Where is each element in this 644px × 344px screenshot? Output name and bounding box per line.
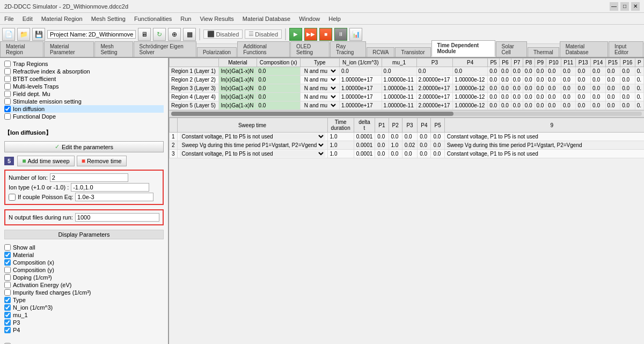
couple-poisson-input[interactable] bbox=[75, 193, 153, 201]
disp-doping-input[interactable] bbox=[4, 274, 11, 281]
region-4-material[interactable]: In(x)Ga(1-x)N bbox=[219, 93, 257, 101]
menu-view-results[interactable]: View Results bbox=[195, 14, 238, 23]
disp-composition-x-input[interactable] bbox=[4, 259, 11, 266]
menu-functionalities[interactable]: Functionalities bbox=[130, 14, 176, 23]
checkbox-btbt[interactable]: BTBT coefficient bbox=[4, 75, 164, 83]
region-4-type[interactable]: N and mu bbox=[300, 93, 339, 101]
region-3-type-select[interactable]: N and mu bbox=[302, 85, 338, 92]
region-4-type-select[interactable]: N and mu bbox=[302, 93, 338, 100]
disp-material[interactable]: Material bbox=[4, 251, 164, 259]
menu-run[interactable]: Run bbox=[176, 14, 195, 23]
tab-ray-tracing[interactable]: Ray Tracing bbox=[330, 41, 366, 57]
scrollbar-track[interactable] bbox=[171, 112, 642, 116]
region-3-p4[interactable]: 1.00000e-12 bbox=[453, 84, 488, 93]
region-1-p5[interactable]: 0.0 bbox=[488, 67, 500, 76]
menu-material-database[interactable]: Material Database bbox=[238, 14, 295, 23]
checkbox-multi-levels[interactable]: Multi-levels Traps bbox=[4, 83, 164, 90]
region-2-p3[interactable]: 2.00000e+17 bbox=[416, 76, 453, 84]
region-1-p11[interactable]: 0.0 bbox=[561, 67, 576, 76]
region-4-p13[interactable]: 0.0 bbox=[576, 93, 591, 101]
region-2-p13[interactable]: 0.0 bbox=[576, 76, 591, 84]
region-1-composition[interactable]: 0.0 bbox=[257, 67, 300, 76]
region-1-p4[interactable]: 0.0 bbox=[453, 67, 488, 76]
checkbox-stimulate-input[interactable] bbox=[4, 98, 11, 105]
checkbox-trap-regions[interactable]: Trap Regions bbox=[4, 60, 164, 68]
checkbox-refractive[interactable]: Refractive index & absorption bbox=[4, 68, 164, 75]
region-1-p3[interactable]: 0.0 bbox=[416, 67, 453, 76]
region-2-mu1[interactable]: 1.00000e-11 bbox=[382, 76, 416, 84]
region-4-p10[interactable]: 0.0 bbox=[546, 93, 561, 101]
region-2-p15[interactable]: 0.0 bbox=[605, 76, 620, 84]
region-3-mu1[interactable]: 1.00000e-11 bbox=[382, 84, 416, 93]
region-3-p16[interactable]: 0.0 bbox=[620, 84, 635, 93]
region-4-p15[interactable]: 0.0 bbox=[605, 93, 620, 101]
region-1-material[interactable]: In(x)Ga(1-x)N bbox=[219, 67, 257, 76]
tab-time-dependent[interactable]: Time Dependent Module bbox=[431, 40, 495, 57]
sweep-row-3-p1[interactable]: 0.0 bbox=[375, 150, 389, 158]
sweep-row-2-deltat[interactable]: 0.0001 bbox=[354, 141, 375, 150]
table-scrollbar[interactable] bbox=[169, 110, 644, 118]
menu-help[interactable]: Help bbox=[324, 14, 345, 23]
disp-mu1[interactable]: mu_1 bbox=[4, 311, 164, 319]
region-3-p7[interactable]: 0.0 bbox=[511, 84, 523, 93]
region-1-p9[interactable]: 0.0 bbox=[535, 67, 546, 76]
region-5-material[interactable]: In(x)Ga(1-x)N bbox=[219, 101, 257, 110]
region-2-p10[interactable]: 0.0 bbox=[546, 76, 561, 84]
region-5-p15[interactable]: 0.0 bbox=[605, 101, 620, 110]
region-3-p[interactable]: 0. bbox=[635, 84, 643, 93]
region-5-composition[interactable]: 0.0 bbox=[257, 101, 300, 110]
tab-rcwa[interactable]: RCWA bbox=[367, 47, 394, 57]
disp-p3-input[interactable] bbox=[4, 319, 11, 326]
region-1-p8[interactable]: 0.0 bbox=[523, 67, 535, 76]
region-4-nion[interactable]: 1.00000e+17 bbox=[339, 93, 382, 101]
stop-button[interactable]: ■ bbox=[319, 28, 332, 41]
region-4-p16[interactable]: 0.0 bbox=[620, 93, 635, 101]
region-5-p8[interactable]: 0.0 bbox=[523, 101, 535, 110]
region-5-p3[interactable]: 2.00000e+17 bbox=[416, 101, 453, 110]
disp-composition-x[interactable]: Composition (x) bbox=[4, 259, 164, 266]
disp-type[interactable]: Type bbox=[4, 296, 164, 304]
menu-material-region[interactable]: Material Region bbox=[37, 14, 87, 23]
region-1-nion[interactable]: 0.0 bbox=[339, 67, 382, 76]
open-button[interactable]: 📁 bbox=[17, 28, 30, 41]
checkbox-functional-dope-input[interactable] bbox=[4, 113, 11, 120]
region-2-p14[interactable]: 0.0 bbox=[591, 76, 606, 84]
checkbox-btbt-input[interactable] bbox=[4, 76, 11, 82]
checkbox-field-dept-input[interactable] bbox=[4, 91, 11, 97]
tool-btn-refresh[interactable]: ↻ bbox=[153, 28, 166, 41]
maximize-button[interactable]: □ bbox=[620, 2, 629, 11]
output-files-input[interactable] bbox=[75, 213, 159, 222]
tab-material-parameter[interactable]: Material Parameter bbox=[44, 41, 94, 57]
checkbox-stimulate[interactable]: Stimulate emission setting bbox=[4, 98, 164, 105]
ion-type-input[interactable] bbox=[71, 183, 149, 192]
tab-thermal[interactable]: Thermal bbox=[528, 47, 559, 57]
region-4-p14[interactable]: 0.0 bbox=[591, 93, 606, 101]
tool-btn-circle[interactable]: ⊕ bbox=[168, 28, 181, 41]
region-5-p7[interactable]: 0.0 bbox=[511, 101, 523, 110]
region-1-p13[interactable]: 0.0 bbox=[576, 67, 591, 76]
region-1-p14[interactable]: 0.0 bbox=[591, 67, 606, 76]
region-2-type-select[interactable]: N and mu bbox=[302, 76, 338, 83]
sweep-row-3-duration[interactable]: 1.0 bbox=[327, 150, 354, 158]
region-5-p11[interactable]: 0.0 bbox=[561, 101, 576, 110]
region-3-p11[interactable]: 0.0 bbox=[561, 84, 576, 93]
region-2-type[interactable]: N and mu bbox=[300, 76, 339, 84]
region-4-p5[interactable]: 0.0 bbox=[488, 93, 500, 101]
disp-p4[interactable]: P4 bbox=[4, 326, 164, 334]
region-5-type-select[interactable]: N and mu bbox=[302, 102, 338, 109]
sweep-row-3-select[interactable]: Constant voltage, P1 to P5 is not used bbox=[180, 150, 325, 157]
checkbox-trap-regions-input[interactable] bbox=[4, 61, 11, 67]
region-2-material[interactable]: In(x)Ga(1-x)N bbox=[219, 76, 257, 84]
region-2-composition[interactable]: 0.0 bbox=[257, 76, 300, 84]
sweep-row-2-type[interactable]: Sweep Vg during this time period P1=Vgst… bbox=[177, 141, 327, 150]
tab-input-editor[interactable]: Input Editor bbox=[609, 41, 643, 57]
region-5-p14[interactable]: 0.0 bbox=[591, 101, 606, 110]
region-3-p3[interactable]: 2.00000e+17 bbox=[416, 84, 453, 93]
sweep-row-3-deltat[interactable]: 0.0001 bbox=[354, 150, 375, 158]
tool-btn-mesh[interactable]: ▦ bbox=[183, 28, 196, 41]
region-5-p[interactable]: 0. bbox=[635, 101, 643, 110]
region-3-p8[interactable]: 0.0 bbox=[523, 84, 535, 93]
disp-show-all[interactable]: Show all bbox=[4, 244, 164, 251]
sweep-row-1-p4[interactable]: 0.0 bbox=[418, 133, 431, 141]
region-1-type[interactable]: N and mu bbox=[300, 67, 339, 76]
